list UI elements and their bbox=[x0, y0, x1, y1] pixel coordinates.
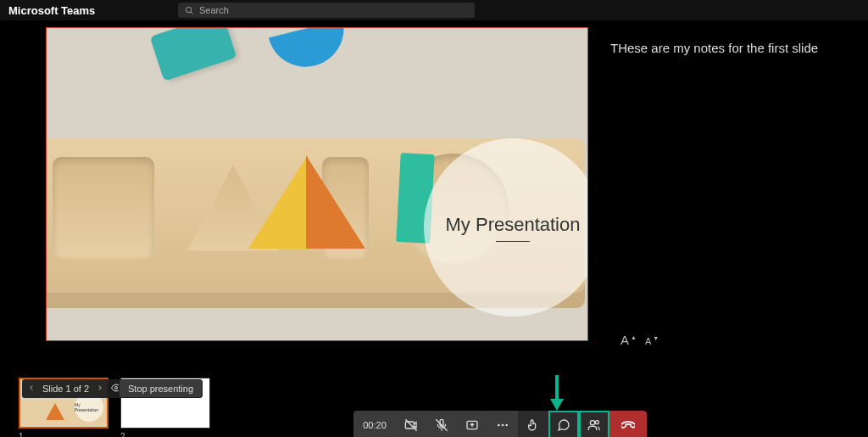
people-icon bbox=[587, 418, 601, 432]
presenter-notes: THese are my notes for the first slide bbox=[610, 41, 863, 55]
search-icon bbox=[185, 6, 194, 15]
mic-off-icon bbox=[435, 418, 448, 432]
main-area: My Presentation THese are my notes for t… bbox=[0, 20, 868, 437]
search-input[interactable]: Search bbox=[178, 3, 475, 18]
slide-nav-overlay: Slide 1 of 2 bbox=[22, 379, 126, 398]
annotation-arrow-icon bbox=[548, 373, 566, 411]
slide-title-circle: My Presentation bbox=[424, 138, 588, 317]
decorative-block bbox=[269, 27, 352, 75]
camera-off-icon bbox=[404, 418, 418, 432]
font-size-controls: A▲ A▼ bbox=[620, 333, 659, 347]
svg-point-15 bbox=[595, 421, 598, 424]
thumbnail-index: 1 bbox=[19, 432, 108, 437]
slide-title: My Presentation bbox=[446, 214, 581, 236]
share-button[interactable] bbox=[457, 411, 487, 437]
more-actions-button[interactable] bbox=[487, 411, 518, 437]
svg-point-0 bbox=[186, 7, 191, 12]
chevron-left-icon bbox=[27, 384, 36, 392]
chat-button[interactable] bbox=[548, 411, 579, 437]
svg-marker-4 bbox=[550, 399, 564, 411]
decorative-underline bbox=[496, 241, 530, 242]
thumbnail-index: 2 bbox=[120, 432, 210, 437]
next-slide-button[interactable] bbox=[96, 384, 104, 394]
raise-hand-icon bbox=[526, 418, 540, 432]
svg-line-1 bbox=[191, 11, 193, 14]
prev-slide-button[interactable] bbox=[27, 384, 36, 394]
svg-rect-5 bbox=[405, 422, 414, 429]
svg-point-14 bbox=[590, 421, 594, 425]
app-title: Microsoft Teams bbox=[8, 4, 95, 17]
hangup-icon bbox=[621, 418, 635, 432]
chevron-right-icon bbox=[96, 384, 104, 392]
hangup-button[interactable] bbox=[609, 411, 647, 437]
svg-point-11 bbox=[498, 424, 500, 427]
top-bar: Microsoft Teams Search bbox=[0, 0, 868, 20]
call-duration: 00:20 bbox=[353, 411, 396, 437]
stop-presenting-button[interactable]: Stop presenting bbox=[119, 379, 203, 398]
decorative-block bbox=[150, 27, 237, 81]
svg-point-13 bbox=[505, 424, 508, 427]
current-slide: My Presentation bbox=[46, 27, 588, 341]
share-screen-icon bbox=[465, 418, 479, 432]
search-placeholder: Search bbox=[199, 5, 229, 15]
decorative-slot bbox=[53, 157, 154, 259]
raise-hand-button[interactable] bbox=[518, 411, 548, 437]
svg-point-2 bbox=[115, 387, 118, 389]
camera-toggle-button[interactable] bbox=[396, 411, 426, 437]
font-increase-button[interactable]: A▲ bbox=[620, 333, 637, 347]
more-icon bbox=[496, 418, 509, 432]
svg-point-12 bbox=[502, 424, 504, 427]
mic-toggle-button[interactable] bbox=[426, 411, 457, 437]
slide-counter: Slide 1 of 2 bbox=[42, 384, 89, 394]
participants-button[interactable] bbox=[579, 411, 609, 437]
call-toolbar: 00:20 bbox=[353, 411, 647, 437]
font-decrease-button[interactable]: A▼ bbox=[645, 335, 659, 346]
chat-icon bbox=[557, 418, 570, 432]
